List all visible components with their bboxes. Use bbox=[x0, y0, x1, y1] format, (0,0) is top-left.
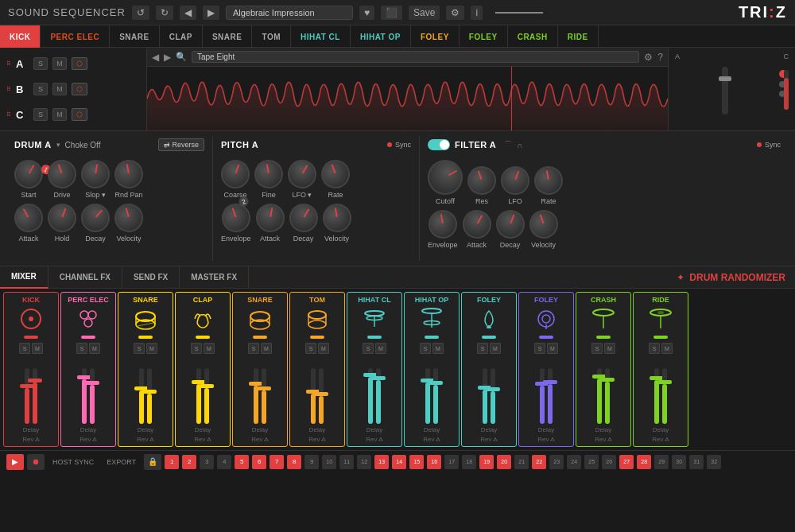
percelec-fader-handle2[interactable] bbox=[85, 381, 99, 385]
tom-m-btn[interactable]: M bbox=[318, 343, 329, 354]
knob-hold[interactable] bbox=[44, 200, 80, 236]
foley2-m-btn[interactable]: M bbox=[547, 343, 558, 354]
knob-cutoff[interactable] bbox=[421, 153, 469, 201]
rec-button[interactable]: ⏺ bbox=[27, 454, 45, 470]
snare1-s-btn[interactable]: S bbox=[134, 343, 145, 354]
save-button[interactable]: Save bbox=[409, 6, 440, 20]
drum-tab-snare1[interactable]: SNARE bbox=[110, 25, 160, 48]
knob-velocity[interactable] bbox=[111, 200, 146, 235]
step-btn-2[interactable]: 2 bbox=[182, 455, 196, 469]
knob-start[interactable]: 1 bbox=[9, 154, 48, 193]
crash-s-btn[interactable]: S bbox=[591, 343, 603, 354]
track-a-s-button[interactable]: S bbox=[33, 57, 48, 70]
snare2-fader-v1[interactable] bbox=[254, 368, 258, 424]
crash-fader-v1[interactable] bbox=[597, 368, 602, 424]
snare2-fader-v2[interactable] bbox=[262, 368, 266, 424]
clap-fader-v1[interactable] bbox=[196, 368, 201, 424]
clap-m-btn[interactable]: M bbox=[204, 343, 215, 354]
knob-attack-pitch[interactable] bbox=[254, 201, 287, 235]
reverse-button[interactable]: ⇄ Reverse bbox=[158, 138, 204, 151]
step-btn-5[interactable]: 5 bbox=[235, 455, 249, 469]
track-b-link-button[interactable]: ⬡ bbox=[72, 83, 87, 95]
foley2-fader-v2[interactable] bbox=[548, 368, 553, 424]
ride-m-btn[interactable]: M bbox=[661, 343, 673, 354]
settings-button[interactable]: ⚙ bbox=[446, 6, 464, 20]
knob-drive[interactable] bbox=[44, 156, 80, 192]
percelec-fader-v2[interactable] bbox=[90, 368, 95, 424]
filter-toggle-switch[interactable] bbox=[428, 139, 450, 150]
step-btn-22[interactable]: 22 bbox=[532, 455, 546, 469]
hihatcl-fader-v2[interactable] bbox=[376, 368, 381, 424]
step-btn-30[interactable]: 30 bbox=[672, 455, 686, 469]
waveform-canvas[interactable] bbox=[147, 67, 668, 130]
step-btn-16[interactable]: 16 bbox=[427, 455, 441, 469]
tom-s-btn[interactable]: S bbox=[305, 343, 316, 354]
foley1-fader-v1[interactable] bbox=[483, 368, 487, 424]
step-btn-20[interactable]: 20 bbox=[497, 455, 511, 469]
knob-envelope-filter[interactable] bbox=[426, 208, 460, 241]
clap-fader-handle2[interactable] bbox=[200, 384, 214, 388]
step-btn-4[interactable]: 4 bbox=[217, 455, 231, 469]
filter-shape-lp[interactable]: ⌒ bbox=[504, 139, 512, 150]
step-btn-25[interactable]: 25 bbox=[584, 455, 599, 469]
waveform-help-button[interactable]: ? bbox=[657, 52, 663, 63]
knob-lfo-pitch[interactable] bbox=[282, 154, 321, 193]
track-b-s-button[interactable]: S bbox=[33, 83, 48, 95]
drum-tab-hihatcl[interactable]: HIHAT CL bbox=[291, 25, 351, 48]
waveform-next-button[interactable]: ▶ bbox=[164, 52, 171, 63]
hihatcl-m-btn[interactable]: M bbox=[375, 343, 386, 354]
knob-rate-pitch[interactable] bbox=[317, 156, 354, 192]
hihatop-fader-v2[interactable] bbox=[433, 368, 438, 424]
knob-attack-filter[interactable] bbox=[457, 204, 496, 243]
kick-m-btn[interactable]: M bbox=[32, 343, 43, 354]
step-btn-14[interactable]: 14 bbox=[392, 455, 406, 469]
knob-rndpan[interactable] bbox=[112, 157, 145, 191]
knob-res[interactable] bbox=[463, 162, 500, 199]
step-btn-31[interactable]: 31 bbox=[689, 455, 704, 469]
knob-decay-filter[interactable] bbox=[491, 206, 528, 243]
heart-button[interactable]: ♥ bbox=[359, 6, 374, 20]
percelec-m-btn[interactable]: M bbox=[89, 343, 100, 354]
volume-fader-handle[interactable] bbox=[719, 76, 731, 81]
waveform-settings-button[interactable]: ⚙ bbox=[644, 52, 653, 63]
next-button[interactable]: ▶ bbox=[203, 6, 219, 20]
track-b-m-button[interactable]: M bbox=[52, 83, 67, 95]
knob-rate-filter[interactable] bbox=[532, 164, 565, 197]
foley2-fader-v1[interactable] bbox=[540, 368, 545, 424]
step-btn-28[interactable]: 28 bbox=[637, 455, 651, 469]
ride-fader-v1[interactable] bbox=[654, 368, 659, 424]
step-btn-17[interactable]: 17 bbox=[444, 455, 459, 469]
snare1-fader-v2[interactable] bbox=[147, 368, 152, 424]
knob-velocity-filter[interactable] bbox=[525, 206, 561, 243]
ride-s-btn[interactable]: S bbox=[649, 343, 660, 354]
play-button[interactable]: ▶ bbox=[6, 454, 24, 470]
drum-tab-kick[interactable]: KICK bbox=[0, 25, 41, 48]
volume-fader[interactable] bbox=[722, 67, 728, 115]
info-button[interactable]: i bbox=[471, 6, 483, 20]
step-btn-10[interactable]: 10 bbox=[322, 455, 336, 469]
kick-s-btn[interactable]: S bbox=[19, 343, 30, 354]
drum-tab-crash[interactable]: CRASH bbox=[508, 25, 558, 48]
step-btn-12[interactable]: 12 bbox=[357, 455, 371, 469]
knob-slop[interactable] bbox=[79, 157, 112, 191]
mixer-tab-mixer[interactable]: MIXER bbox=[0, 266, 48, 289]
waveform-search-input[interactable] bbox=[192, 51, 639, 63]
drum-tab-hihatop[interactable]: HIHAT OP bbox=[351, 25, 411, 48]
step-btn-6[interactable]: 6 bbox=[252, 455, 266, 469]
foley1-m-btn[interactable]: M bbox=[490, 343, 501, 354]
filter-shape-hp[interactable]: ∩ bbox=[517, 141, 522, 150]
drum-tab-ride[interactable]: RIDE bbox=[558, 25, 599, 48]
track-a-m-button[interactable]: M bbox=[52, 57, 67, 70]
step-btn-26[interactable]: 26 bbox=[602, 455, 616, 469]
tom-fader-v1[interactable] bbox=[311, 368, 316, 424]
hihatop-fader-v1[interactable] bbox=[425, 368, 430, 424]
step-btn-15[interactable]: 15 bbox=[409, 455, 424, 469]
share-button[interactable]: ⬛ bbox=[381, 6, 402, 20]
step-btn-32[interactable]: 32 bbox=[707, 455, 721, 469]
step-btn-1[interactable]: 1 bbox=[165, 455, 179, 469]
snare2-s-btn[interactable]: S bbox=[248, 343, 259, 354]
drum-tab-tom[interactable]: TOM bbox=[252, 25, 291, 48]
lock-button[interactable]: 🔒 bbox=[144, 454, 161, 470]
hihatcl-s-btn[interactable]: S bbox=[363, 343, 374, 354]
kick-fader-v2[interactable] bbox=[33, 368, 37, 424]
